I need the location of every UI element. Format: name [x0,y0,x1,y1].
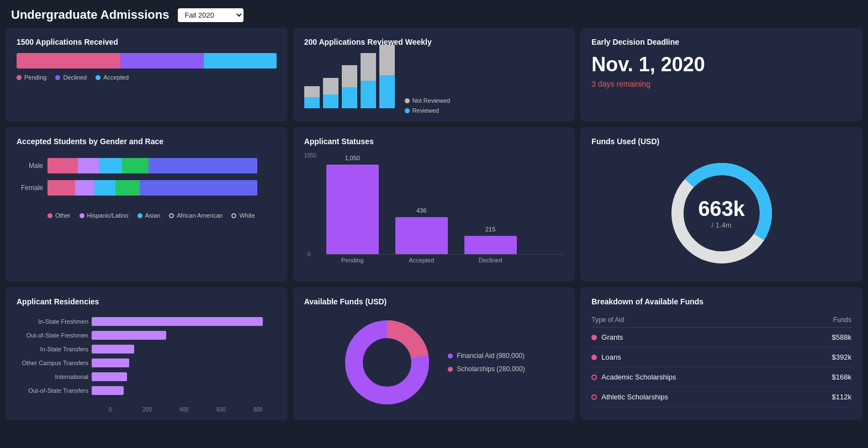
legend-hispanic: Hispanic/Latino [80,212,129,219]
white-dot [231,213,236,218]
male-bar-stack [47,158,257,173]
residency-bar-3 [92,345,134,354]
col-funds: Funds [803,313,851,328]
donut-amount: 663k [698,197,745,221]
bar-legend: Pending Declined Accepted [17,74,277,81]
legend-reviewed: Reviewed [405,107,450,114]
residency-other-campus: Other Campus Transfers [17,359,277,367]
breakdown-table: Type of Aid Funds Grants $588k [591,313,851,407]
available-funds-content: Financial Aid (980,000) Scholarships (28… [304,313,564,407]
residency-bar-1 [92,317,263,326]
axis-600: 600 [203,407,240,413]
loans-dot [591,355,597,360]
funds-donut-text: 663k / 1.4m [698,197,745,229]
pending-value: 1,050 [345,155,360,161]
grants-cell: Grants [591,328,802,347]
legend-scholarships: Scholarships (280,000) [448,365,525,373]
axis-400: 400 [166,407,203,413]
accepted-bar [395,217,448,254]
scholarships-label: Scholarships (280,000) [457,365,525,373]
applicant-statuses-title: Applicant Statuses [304,137,564,146]
pending-bar [326,165,379,254]
athletic-label-container: Athletic Scholarships [591,393,802,401]
residency-bar-6 [92,386,124,395]
residencies-card: Applicant Residencies In-State Freshmen … [6,287,288,420]
male-label: Male [17,162,43,170]
funds-used-center: 663k / 1.4m [591,152,851,274]
accepted-value: 436 [416,207,426,214]
residency-label-6: Out-of-State Transfers [17,387,88,394]
bar-pending [17,53,120,68]
reviewed-dot [405,108,410,113]
residency-in-state-freshmen: In-State Freshmen [17,317,277,326]
grants-label: Grants [601,333,623,341]
legend-pending: Pending [17,74,46,81]
gender-race-title: Accepted Students by Gender and Race [17,137,277,146]
residencies-title: Applicant Residencies [17,297,277,306]
applicant-statuses-card: Applicant Statuses 1050 0 1,050 436 215 [293,127,575,282]
breakdown-card: Breakdown of Available Funds Type of Aid… [580,287,862,420]
residency-label-5: International [17,373,88,380]
hispanic-label: Hispanic/Latino [87,212,129,219]
days-remaining: 3 days remaining [591,80,851,88]
african-american-dot [169,213,174,218]
asian-dot [137,213,142,218]
weekly-chart-row: Not Reviewed Reviewed [304,53,564,114]
legend-declined: Declined [55,74,87,81]
grants-funds: $588k [803,328,851,347]
pending-dot [17,75,22,80]
legend-not-reviewed: Not Reviewed [405,97,450,104]
donut-total: / 1.4m [698,221,745,229]
academic-cell: Academic Scholarships [591,367,802,387]
declined-bar [464,236,517,254]
funds-used-card: Funds Used (USD) 663k / 1.4m [580,127,862,282]
loans-label-container: Loans [591,353,802,361]
reviewed-label: Reviewed [412,107,439,114]
available-funds-card: Available Funds (USD) Financial Aid (980… [293,287,575,420]
gender-legend: Other Hispanic/Latino Asian African Amer… [47,212,277,219]
academic-label-container: Academic Scholarships [591,373,802,381]
pending-label: Pending [24,74,46,81]
early-decision-date: Nov. 1, 2020 [591,53,851,76]
legend-asian: Asian [137,212,161,219]
weekly-legend: Not Reviewed Reviewed [405,97,450,114]
available-funds-title: Available Funds (USD) [304,297,564,306]
legend-financial-aid: Financial Aid (980,000) [448,352,525,360]
dashboard-grid: 1500 Applications Received Pending Decli… [0,28,868,426]
academic-funds: $168k [803,367,851,387]
weekly-bar-3 [342,65,357,108]
status-bar-pending: 1,050 [326,155,379,254]
early-decision-title: Early Decision Deadline [591,38,851,46]
legend-other: Other [47,212,71,219]
declined-axis-label: Declined [464,257,517,263]
declined-label: Declined [63,74,87,81]
applications-received-title: 1500 Applications Received [17,38,277,46]
pending-axis-label: Pending [326,257,379,263]
breakdown-row-grants: Grants $588k [591,328,851,347]
grants-label-container: Grants [591,333,802,341]
header: Undergraduate Admissions Fall 2020 Sprin… [0,0,868,28]
funds-donut-container: 663k / 1.4m [666,158,777,268]
weekly-bars [304,53,395,108]
gender-row-female: Female [17,180,277,196]
residency-label-2: Out-of-State Freshmen [17,332,88,339]
residency-chart: In-State Freshmen Out-of-State Freshmen … [17,313,277,404]
accepted-axis-label: Accepted [395,257,448,263]
gender-race-chart: Male Female [17,152,277,208]
semester-select[interactable]: Fall 2020 Spring 2020 Fall 2019 [178,8,244,22]
academic-scholarships-label: Academic Scholarships [601,373,676,381]
athletic-scholarships-label: Athletic Scholarships [601,393,668,401]
residency-label-1: In-State Freshmen [17,318,88,325]
status-labels-row: Pending Accepted Declined [326,257,564,263]
academic-dot [591,375,597,380]
status-chart-area: 1050 0 1,050 436 215 Pending Accepted [304,152,564,268]
residency-out-of-state-freshmen: Out-of-State Freshmen [17,331,277,340]
y-label-top: 1050 [304,152,316,159]
loans-funds: $392k [803,347,851,367]
other-label: Other [55,212,71,219]
scholarships-dot [448,367,453,372]
residency-bar-2 [92,331,166,340]
white-label: White [239,212,255,219]
early-decision-card: Early Decision Deadline Nov. 1, 2020 3 d… [580,28,862,122]
hispanic-dot [80,213,84,218]
